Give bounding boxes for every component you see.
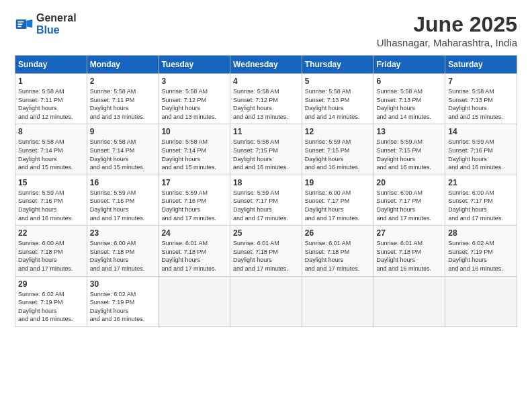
day-number: 1 <box>18 77 84 86</box>
day-cell: 24 Sunrise: 6:01 AMSunset: 7:18 PMDaylig… <box>159 226 230 276</box>
day-cell: 14 Sunrise: 5:59 AMSunset: 7:16 PMDaylig… <box>445 124 517 175</box>
day-cell: 26 Sunrise: 6:01 AMSunset: 7:18 PMDaylig… <box>302 226 373 276</box>
day-info: Sunrise: 5:58 AMSunset: 7:14 PMDaylight … <box>90 138 156 171</box>
day-cell: 11 Sunrise: 5:58 AMSunset: 7:15 PMDaylig… <box>230 124 302 175</box>
logo: General Blue <box>15 12 77 36</box>
week-row-3: 15 Sunrise: 5:59 AMSunset: 7:16 PMDaylig… <box>15 175 517 225</box>
day-info: Sunrise: 5:58 AMSunset: 7:13 PMDaylight … <box>305 87 371 121</box>
day-cell: 8 Sunrise: 5:58 AMSunset: 7:14 PMDayligh… <box>15 124 87 175</box>
day-info: Sunrise: 6:01 AMSunset: 7:18 PMDaylight … <box>377 239 443 273</box>
day-cell: 20 Sunrise: 6:00 AMSunset: 7:17 PMDaylig… <box>373 175 445 225</box>
day-cell: 6 Sunrise: 5:58 AMSunset: 7:13 PMDayligh… <box>373 74 445 124</box>
day-cell: 7 Sunrise: 5:58 AMSunset: 7:13 PMDayligh… <box>445 74 517 124</box>
col-thursday: Thursday <box>302 56 373 74</box>
day-cell <box>302 276 373 326</box>
day-cell: 28 Sunrise: 6:02 AMSunset: 7:19 PMDaylig… <box>445 226 517 276</box>
week-row-1: 1 Sunrise: 5:58 AMSunset: 7:11 PMDayligh… <box>15 74 517 124</box>
day-info: Sunrise: 6:00 AMSunset: 7:18 PMDaylight … <box>18 239 84 273</box>
day-cell: 1 Sunrise: 5:58 AMSunset: 7:11 PMDayligh… <box>15 74 87 124</box>
col-sunday: Sunday <box>15 56 87 74</box>
day-number: 27 <box>377 228 443 238</box>
day-number: 21 <box>448 178 514 187</box>
day-info: Sunrise: 5:58 AMSunset: 7:13 PMDaylight … <box>448 87 514 121</box>
day-cell: 25 Sunrise: 6:01 AMSunset: 7:18 PMDaylig… <box>230 226 302 276</box>
col-monday: Monday <box>87 56 159 74</box>
day-number: 10 <box>161 127 227 136</box>
week-row-5: 29 Sunrise: 6:02 AMSunset: 7:19 PMDaylig… <box>15 276 517 326</box>
day-number: 15 <box>18 178 84 187</box>
day-info: Sunrise: 6:01 AMSunset: 7:18 PMDaylight … <box>161 239 227 273</box>
header: General Blue June 2025 Ulhasnagar, Mahar… <box>15 12 517 48</box>
col-friday: Friday <box>373 56 445 74</box>
day-number: 22 <box>18 228 84 238</box>
day-number: 2 <box>90 77 156 86</box>
day-info: Sunrise: 5:58 AMSunset: 7:14 PMDaylight … <box>18 138 84 171</box>
day-info: Sunrise: 5:58 AMSunset: 7:14 PMDaylight … <box>161 138 227 171</box>
day-number: 6 <box>377 77 443 86</box>
day-number: 3 <box>161 77 227 86</box>
day-number: 24 <box>161 228 227 238</box>
day-number: 8 <box>18 127 84 136</box>
day-cell: 23 Sunrise: 6:00 AMSunset: 7:18 PMDaylig… <box>87 226 159 276</box>
week-row-4: 22 Sunrise: 6:00 AMSunset: 7:18 PMDaylig… <box>15 226 517 276</box>
day-cell <box>373 276 445 326</box>
day-info: Sunrise: 5:59 AMSunset: 7:15 PMDaylight … <box>377 138 443 171</box>
day-info: Sunrise: 5:59 AMSunset: 7:16 PMDaylight … <box>161 189 227 222</box>
day-info: Sunrise: 6:02 AMSunset: 7:19 PMDaylight … <box>90 290 156 324</box>
day-cell: 30 Sunrise: 6:02 AMSunset: 7:19 PMDaylig… <box>87 276 159 326</box>
day-number: 30 <box>90 279 156 289</box>
day-number: 29 <box>18 279 84 289</box>
day-info: Sunrise: 5:58 AMSunset: 7:11 PMDaylight … <box>18 87 84 121</box>
svg-rect-4 <box>17 26 21 28</box>
day-cell: 2 Sunrise: 5:58 AMSunset: 7:11 PMDayligh… <box>87 74 159 124</box>
day-cell: 27 Sunrise: 6:01 AMSunset: 7:18 PMDaylig… <box>373 226 445 276</box>
day-cell: 3 Sunrise: 5:58 AMSunset: 7:12 PMDayligh… <box>159 74 230 124</box>
day-info: Sunrise: 6:00 AMSunset: 7:17 PMDaylight … <box>377 189 443 222</box>
day-number: 11 <box>233 127 299 136</box>
day-cell: 17 Sunrise: 5:59 AMSunset: 7:16 PMDaylig… <box>159 175 230 225</box>
day-number: 13 <box>377 127 443 136</box>
day-info: Sunrise: 5:59 AMSunset: 7:16 PMDaylight … <box>18 189 84 222</box>
logo-text-general: General <box>36 12 77 24</box>
day-number: 17 <box>161 178 227 187</box>
main-title: June 2025 <box>377 12 517 37</box>
calendar-table: Sunday Monday Tuesday Wednesday Thursday… <box>15 55 517 327</box>
day-number: 7 <box>448 77 514 86</box>
subtitle: Ulhasnagar, Maharashtra, India <box>377 37 517 48</box>
day-info: Sunrise: 5:58 AMSunset: 7:12 PMDaylight … <box>233 87 299 121</box>
day-cell: 15 Sunrise: 5:59 AMSunset: 7:16 PMDaylig… <box>15 175 87 225</box>
day-info: Sunrise: 6:01 AMSunset: 7:18 PMDaylight … <box>233 239 299 273</box>
day-info: Sunrise: 5:58 AMSunset: 7:13 PMDaylight … <box>377 87 443 121</box>
day-info: Sunrise: 5:59 AMSunset: 7:16 PMDaylight … <box>448 138 514 171</box>
col-wednesday: Wednesday <box>230 56 302 74</box>
day-number: 25 <box>233 228 299 238</box>
day-number: 9 <box>90 127 156 136</box>
day-cell: 16 Sunrise: 5:59 AMSunset: 7:16 PMDaylig… <box>87 175 159 225</box>
day-info: Sunrise: 5:58 AMSunset: 7:12 PMDaylight … <box>161 87 227 121</box>
day-number: 20 <box>377 178 443 187</box>
day-cell: 29 Sunrise: 6:02 AMSunset: 7:19 PMDaylig… <box>15 276 87 326</box>
day-info: Sunrise: 5:59 AMSunset: 7:15 PMDaylight … <box>305 138 371 171</box>
day-cell: 18 Sunrise: 5:59 AMSunset: 7:17 PMDaylig… <box>230 175 302 225</box>
day-info: Sunrise: 6:00 AMSunset: 7:17 PMDaylight … <box>305 189 371 222</box>
day-number: 16 <box>90 178 156 187</box>
day-cell: 9 Sunrise: 5:58 AMSunset: 7:14 PMDayligh… <box>87 124 159 175</box>
day-cell <box>230 276 302 326</box>
header-row: Sunday Monday Tuesday Wednesday Thursday… <box>15 56 517 74</box>
day-info: Sunrise: 6:00 AMSunset: 7:18 PMDaylight … <box>90 239 156 273</box>
svg-marker-1 <box>27 19 33 28</box>
title-area: June 2025 Ulhasnagar, Maharashtra, India <box>377 12 517 48</box>
day-info: Sunrise: 6:00 AMSunset: 7:17 PMDaylight … <box>448 189 514 222</box>
logo-icon <box>15 15 34 34</box>
day-cell: 10 Sunrise: 5:58 AMSunset: 7:14 PMDaylig… <box>159 124 230 175</box>
day-info: Sunrise: 5:58 AMSunset: 7:15 PMDaylight … <box>233 138 299 171</box>
day-info: Sunrise: 5:59 AMSunset: 7:16 PMDaylight … <box>90 189 156 222</box>
day-cell: 13 Sunrise: 5:59 AMSunset: 7:15 PMDaylig… <box>373 124 445 175</box>
col-tuesday: Tuesday <box>159 56 230 74</box>
day-info: Sunrise: 5:58 AMSunset: 7:11 PMDaylight … <box>90 87 156 121</box>
day-info: Sunrise: 6:02 AMSunset: 7:19 PMDaylight … <box>18 290 84 324</box>
day-cell: 22 Sunrise: 6:00 AMSunset: 7:18 PMDaylig… <box>15 226 87 276</box>
day-cell: 21 Sunrise: 6:00 AMSunset: 7:17 PMDaylig… <box>445 175 517 225</box>
logo-text-blue: Blue <box>36 24 60 36</box>
day-number: 26 <box>305 228 371 238</box>
